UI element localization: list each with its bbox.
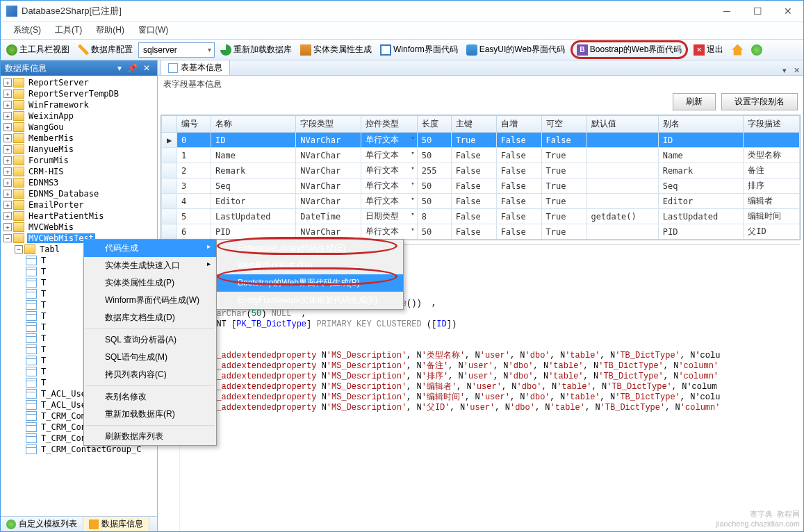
menu-help[interactable]: 帮助(H) — [89, 22, 131, 39]
refresh-icon — [220, 44, 231, 56]
menu-item[interactable]: 实体类属性生成(P) — [84, 274, 216, 292]
menu-item[interactable]: 实体类生成快速入口 — [84, 257, 216, 274]
tb-main-view[interactable]: 主工具栏视图 — [3, 42, 72, 57]
watermark: 查字典 教程网 jiaocheng.chazidian.com — [716, 509, 800, 528]
tree-node-db[interactable]: +EDNMS_Database — [1, 188, 157, 199]
submenu[interactable]: EnterpriseLibrary代码生成(E)Web界面代码生成(I)Boot… — [216, 239, 404, 310]
globe-icon — [6, 44, 17, 56]
panel-close-icon[interactable]: ✕ — [140, 63, 153, 73]
table-row[interactable]: 6PIDNVarChar单行文本50FalseFalseTruePID父ID — [162, 224, 800, 240]
tree-node-db[interactable]: +CRM-HIS — [1, 166, 157, 177]
tree-node-db[interactable]: +HeartPatientMis — [1, 210, 157, 222]
tb-entity-prop[interactable]: 实体类属性生成 — [297, 42, 375, 57]
doc-dropdown-icon[interactable]: ▾ — [779, 66, 790, 75]
menu-window[interactable]: 窗口(W) — [131, 22, 175, 39]
panel-pin-icon[interactable]: 📌 — [124, 63, 140, 73]
menu-item[interactable]: 表别名修改 — [84, 388, 216, 406]
panel-dropdown-icon[interactable]: ▾ — [115, 63, 124, 73]
doc-close-icon[interactable]: ✕ — [790, 66, 803, 75]
tree-node-db[interactable]: +WangGou — [1, 122, 157, 133]
properties-icon — [300, 44, 311, 56]
tb-bootstrap-web[interactable]: BBoostrap的Web界面代码 — [571, 40, 689, 59]
tb-refresh-green[interactable] — [748, 43, 765, 57]
bootstrap-icon: B — [577, 44, 588, 56]
app-icon — [6, 6, 17, 17]
menu-item[interactable]: 数据库文档生成(D) — [84, 309, 216, 326]
tree-node-db[interactable]: +EmailPorter — [1, 199, 157, 210]
submenu-item[interactable]: Web界面代码生成(I) — [217, 257, 403, 274]
table-row[interactable]: 5LastUpdatedDateTime日期类型8FalseFalseTrueg… — [162, 209, 800, 224]
db-type-combo[interactable]: sqlserver — [138, 42, 215, 58]
tree-node-db[interactable]: +EDNMS3 — [1, 177, 157, 188]
refresh-button[interactable]: 刷新 — [673, 93, 716, 110]
menu-system[interactable]: 系统(S) — [6, 22, 48, 39]
tab-custom-template[interactable]: 自定义模板列表 — [1, 517, 83, 531]
menu-item[interactable]: SQL 查询分析器(A) — [84, 331, 216, 349]
context-menu[interactable]: 代码生成EnterpriseLibrary代码生成(E)Web界面代码生成(I)… — [83, 239, 217, 446]
tb-reload-db[interactable]: 重新加载数据库 — [218, 42, 295, 57]
tb-home[interactable] — [729, 43, 746, 57]
toolbar: 主工具栏视图 数据库配置 sqlserver 重新加载数据库 实体类属性生成 W… — [1, 40, 803, 60]
template-icon — [6, 519, 16, 529]
table-row[interactable]: 3SeqNVarChar单行文本50FalseFalseTrueSeq排序 — [162, 178, 800, 194]
refresh-green-icon — [751, 44, 762, 56]
home-icon — [732, 44, 743, 56]
menu-item[interactable]: 刷新数据库列表 — [84, 428, 216, 445]
panel-header: 数据库信息 ▾ 📌 ✕ — [1, 60, 157, 76]
tab-db-info[interactable]: 数据库信息 — [83, 517, 149, 531]
web-icon — [466, 44, 477, 56]
set-alias-button[interactable]: 设置字段别名 — [721, 93, 798, 110]
tree-node-db[interactable]: +MVCWebMis — [1, 222, 157, 233]
tree-node-db[interactable]: +WinFramework — [1, 99, 157, 110]
menu-tools[interactable]: 工具(T) — [48, 22, 89, 39]
tree-node-db[interactable]: +MemberMis — [1, 133, 157, 144]
maximize-button[interactable]: ☐ — [748, 4, 767, 18]
doc-tab-active[interactable]: 表基本信息 — [161, 60, 230, 75]
db-icon — [89, 519, 99, 529]
tb-db-config[interactable]: 数据库配置 — [75, 42, 136, 57]
table-icon — [168, 63, 178, 73]
menu-item[interactable]: 重新加载数据库(R) — [84, 406, 216, 423]
tree-node-db[interactable]: +WeixinApp — [1, 110, 157, 122]
submenu-item[interactable]: EnterpriseLibrary代码生成(E) — [217, 240, 403, 257]
table-row[interactable]: 4EditorNVarChar单行文本50FalseFalseTrueEdito… — [162, 194, 800, 209]
tb-winform-code[interactable]: Winform界面代码 — [377, 42, 461, 57]
window-icon — [380, 44, 391, 56]
minimize-button[interactable]: ─ — [717, 4, 737, 18]
menu-item[interactable]: 拷贝列表内容(C) — [84, 366, 216, 383]
tb-exit[interactable]: ✕退出 — [691, 42, 726, 57]
menu-item[interactable]: SQL语句生成(M) — [84, 349, 216, 366]
menu-item[interactable]: Winform界面代码生成(W) — [84, 292, 216, 309]
table-row[interactable]: 1NameNVarChar单行文本50FalseFalseTrueName类型名… — [162, 148, 800, 163]
tree-node-db[interactable]: +ReportServer — [1, 77, 157, 88]
tree-node-db[interactable]: +ForumMis — [1, 155, 157, 166]
tree-node-db[interactable]: +NanyueMis — [1, 144, 157, 155]
table-info-label: 表字段基本信息 — [158, 76, 803, 93]
panel-title: 数据库信息 — [5, 63, 47, 74]
submenu-item[interactable]: Bootstrap的Web界面代码生成(B) — [217, 274, 403, 292]
tree-node-db[interactable]: +ReportServerTempDB — [1, 88, 157, 99]
table-row[interactable]: ▶0IDNVarChar单行文本50TrueFalseFalseID — [162, 133, 800, 148]
doc-tab-row: 表基本信息 ▾ ✕ — [158, 60, 803, 76]
tb-easyui-web[interactable]: EasyUI的Web界面代码 — [463, 42, 568, 57]
close-button[interactable]: ✕ — [778, 4, 798, 18]
titlebar: Database2Sharp[已注册] ─ ☐ ✕ — [1, 1, 803, 22]
menubar: 系统(S) 工具(T) 帮助(H) 窗口(W) — [1, 22, 803, 40]
menu-item[interactable]: 代码生成EnterpriseLibrary代码生成(E)Web界面代码生成(I)… — [84, 240, 216, 257]
exit-icon: ✕ — [694, 44, 705, 56]
bottom-tabs: 自定义模板列表 数据库信息 — [1, 516, 157, 531]
wrench-icon — [78, 44, 89, 56]
window-title: Database2Sharp[已注册] — [22, 5, 717, 17]
submenu-item[interactable]: EntityFramework实体框架代码生成(F) — [217, 292, 403, 309]
table-row[interactable]: 2RemarkNVarChar单行文本255FalseFalseTrueRema… — [162, 163, 800, 178]
field-grid[interactable]: 编号名称字段类型控件类型长度主键自增可空默认值别名字段描述▶0IDNVarCha… — [161, 115, 801, 240]
